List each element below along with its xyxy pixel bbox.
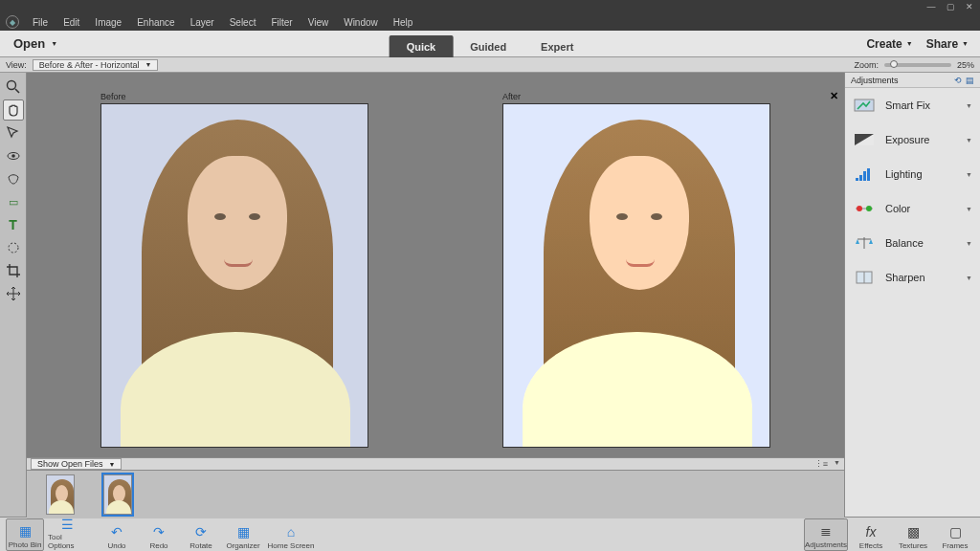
redo-icon: ↷: [153, 523, 165, 540]
tool-options-button[interactable]: ☰Tool Options: [48, 518, 86, 551]
menu-enhance[interactable]: Enhance: [129, 15, 182, 30]
photo-bin-bar: Show Open Files ▼ ⋮≡ ▼: [27, 457, 844, 471]
eye-tool[interactable]: [3, 145, 24, 166]
bottom-label: Adjustments: [805, 540, 847, 549]
move-tool[interactable]: [3, 283, 24, 304]
spot-heal-tool[interactable]: [3, 237, 24, 258]
menu-select[interactable]: Select: [222, 15, 264, 30]
view-selector[interactable]: Before & After - Horizontal ▼: [33, 59, 158, 71]
adjustments-button[interactable]: ≣Adjustments: [804, 518, 848, 551]
adjustment-smart-fix[interactable]: Smart Fix ▼: [845, 88, 980, 122]
create-menu[interactable]: Create ▼: [866, 37, 912, 51]
after-image[interactable]: [502, 103, 770, 448]
organizer-button[interactable]: ▦Organizer: [224, 518, 262, 551]
photo-bin-selector[interactable]: Show Open Files ▼: [31, 458, 122, 470]
menu-layer[interactable]: Layer: [183, 15, 222, 30]
panel-menu-icon[interactable]: ▤: [966, 76, 974, 85]
bottom-label: Organizer: [226, 541, 259, 550]
before-caption: Before: [100, 92, 368, 101]
reset-icon[interactable]: ⟲: [954, 76, 962, 85]
organizer-icon: ▦: [237, 523, 250, 540]
after-caption: After: [502, 92, 770, 101]
maximize-button[interactable]: ▢: [944, 2, 957, 11]
tab-quick[interactable]: Quick: [390, 35, 454, 57]
caret-down-icon: ▼: [966, 102, 972, 109]
adjustments-header: Adjustments: [851, 76, 899, 85]
menu-view[interactable]: View: [301, 15, 337, 30]
caret-down-icon: ▼: [966, 206, 972, 212]
bottom-label: Redo: [149, 541, 167, 550]
bottom-label: Rotate: [189, 541, 212, 550]
bottom-label: Textures: [899, 541, 927, 550]
svg-line-1: [15, 89, 19, 93]
bin-options-icon[interactable]: ⋮≡: [814, 459, 828, 469]
mode-bar: Open ▼ Quick Guided Expert Create ▼ Shar…: [0, 31, 980, 57]
type-tool[interactable]: T: [3, 214, 24, 235]
adjustments-icon: ≣: [820, 522, 832, 540]
before-slot: Before: [100, 92, 368, 448]
caret-down-icon: ▼: [962, 40, 969, 47]
caret-down-icon: ▼: [906, 40, 913, 47]
svg-rect-10: [863, 171, 866, 181]
menu-edit[interactable]: Edit: [56, 15, 87, 30]
adjustment-label: Color: [885, 203, 956, 214]
close-window-button[interactable]: ✕: [963, 2, 976, 11]
frames-button[interactable]: ▢Frames: [936, 518, 974, 551]
undo-icon: ↶: [111, 523, 122, 540]
menu-image[interactable]: Image: [87, 15, 129, 30]
undo-button[interactable]: ↶Undo: [98, 518, 136, 551]
app-logo-icon: ◆: [6, 15, 19, 29]
crop-tool[interactable]: [3, 260, 24, 281]
minimize-button[interactable]: —: [924, 2, 938, 11]
hand-tool[interactable]: [3, 99, 24, 121]
adjustment-color[interactable]: Color ▼: [845, 191, 980, 226]
sharpen-icon: [853, 268, 876, 287]
effects-button[interactable]: fxEffects: [852, 518, 890, 551]
svg-point-3: [11, 154, 15, 158]
caret-down-icon: ▼: [966, 137, 972, 143]
wand-icon: [853, 96, 876, 115]
caret-down-icon: ▼: [966, 171, 972, 178]
adjustments-panel: Adjustments ⟲▤ Smart Fix ▼ Exposure ▼ Li…: [844, 73, 980, 517]
whiten-teeth-tool[interactable]: [3, 168, 24, 189]
adjustment-balance[interactable]: Balance ▼: [845, 226, 980, 260]
bottom-label: Effects: [859, 541, 882, 550]
color-icon: [853, 199, 876, 218]
home-screen-button[interactable]: ⌂Home Screen: [266, 518, 316, 551]
textures-button[interactable]: ▩Textures: [894, 518, 932, 551]
quick-select-tool[interactable]: [3, 122, 24, 143]
exposure-icon: [853, 130, 876, 149]
bottom-label: Photo Bin: [9, 540, 42, 549]
adjustment-lighting[interactable]: Lighting ▼: [845, 157, 980, 191]
adjustment-label: Exposure: [885, 134, 956, 145]
bin-thumbnail[interactable]: [103, 474, 132, 515]
close-document-button[interactable]: ✕: [830, 90, 838, 102]
before-image[interactable]: [100, 103, 368, 448]
zoom-tool[interactable]: [3, 77, 24, 98]
bin-thumbnail[interactable]: [46, 474, 75, 515]
zoom-slider[interactable]: [884, 63, 951, 67]
adjustment-sharpen[interactable]: Sharpen ▼: [845, 260, 980, 295]
caret-down-icon: ▼: [834, 459, 840, 469]
caret-down-icon: ▼: [966, 275, 972, 281]
window-titlebar: — ▢ ✕: [0, 0, 980, 13]
bottom-label: Home Screen: [268, 541, 315, 550]
straighten-tool[interactable]: ▭: [3, 191, 24, 212]
menu-file[interactable]: File: [25, 15, 56, 30]
menu-help[interactable]: Help: [386, 15, 421, 30]
zoom-slider-knob[interactable]: [890, 60, 898, 68]
svg-point-4: [9, 243, 18, 253]
open-menu[interactable]: Open ▼: [0, 31, 71, 56]
menu-filter[interactable]: Filter: [263, 15, 300, 30]
adjustment-exposure[interactable]: Exposure ▼: [845, 122, 980, 157]
menu-window[interactable]: Window: [336, 15, 386, 30]
options-bar: View: Before & After - Horizontal ▼ Zoom…: [0, 57, 980, 73]
tab-guided[interactable]: Guided: [453, 35, 523, 57]
caret-down-icon: ▼: [145, 61, 151, 68]
rotate-button[interactable]: ⟳Rotate: [182, 518, 220, 551]
bottom-label: Undo: [107, 541, 125, 550]
photo-bin-button[interactable]: ▦Photo Bin: [6, 518, 44, 551]
share-menu[interactable]: Share ▼: [926, 37, 969, 51]
redo-button[interactable]: ↷Redo: [140, 518, 178, 551]
tab-expert[interactable]: Expert: [523, 35, 590, 57]
